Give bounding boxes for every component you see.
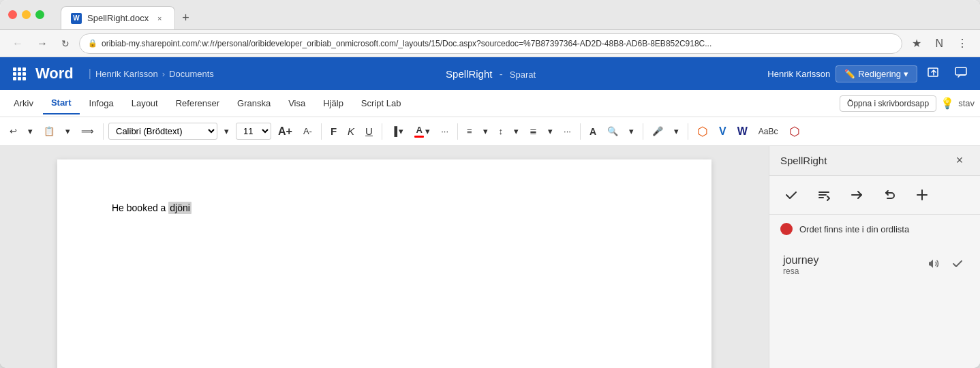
browser-menu-button[interactable]: ⋮ bbox=[953, 34, 972, 52]
title-bar: W SpellRight.docx × + bbox=[0, 0, 980, 30]
user-name: Henrik Karlsson bbox=[767, 69, 830, 79]
edit-mode-button[interactable]: ✏️ Redigering ▾ bbox=[836, 65, 917, 82]
tab-granska[interactable]: Granska bbox=[229, 93, 279, 114]
svg-rect-1 bbox=[955, 67, 966, 75]
suggestion-section: journey resa bbox=[769, 243, 980, 292]
minimize-window-button[interactable] bbox=[22, 10, 31, 19]
grow-font-button[interactable]: A+ bbox=[274, 123, 296, 140]
highlight-icon: ▐ bbox=[391, 126, 397, 136]
tab-scriptlab[interactable]: Script Lab bbox=[353, 93, 410, 114]
toolbar-separator bbox=[103, 123, 104, 140]
spell-error-word[interactable]: djöni bbox=[168, 202, 192, 214]
paste-dropdown-button[interactable]: ▾ bbox=[61, 123, 74, 139]
bold-button[interactable]: F bbox=[326, 123, 341, 140]
addon5-button[interactable]: ⬡ bbox=[785, 121, 804, 142]
tab-layout[interactable]: Layout bbox=[123, 93, 166, 114]
new-tab-button[interactable]: + bbox=[175, 6, 196, 29]
document-page[interactable]: He booked a djöni bbox=[57, 159, 711, 368]
italic-button[interactable]: K bbox=[343, 123, 358, 140]
style-button[interactable]: A bbox=[585, 123, 600, 140]
sort-button[interactable] bbox=[813, 184, 835, 206]
shrink-font-button[interactable]: A- bbox=[299, 123, 316, 139]
undo-button[interactable]: ↩ bbox=[5, 123, 21, 139]
extension-N-button[interactable]: N bbox=[931, 35, 947, 52]
highlight-button[interactable]: ▐ ▾ bbox=[387, 123, 408, 139]
breadcrumb-folder[interactable]: Documents bbox=[169, 69, 214, 79]
find-dropdown[interactable]: ▾ bbox=[625, 123, 638, 139]
toolbar-separator3 bbox=[382, 123, 382, 140]
find-button[interactable]: 🔍 bbox=[603, 123, 622, 139]
addon2-button[interactable]: V bbox=[715, 123, 731, 140]
word-logo[interactable]: Word bbox=[35, 65, 74, 82]
font-color-icon: A bbox=[416, 125, 422, 135]
tab-visa[interactable]: Visa bbox=[280, 93, 313, 114]
line-spacing-button[interactable]: ↕ bbox=[495, 123, 508, 139]
word-tab-icon: W bbox=[71, 13, 82, 24]
panel-close-button[interactable]: × bbox=[950, 151, 969, 170]
font-size-select[interactable]: 11 bbox=[236, 123, 271, 140]
format-painter-button[interactable]: ⟹ bbox=[77, 123, 98, 139]
main-area: He booked a djöni SpellRight × bbox=[0, 146, 980, 368]
bookmark-button[interactable]: ★ bbox=[908, 34, 925, 52]
tab-start[interactable]: Start bbox=[43, 92, 80, 114]
open-desktop-button[interactable]: Öppna i skrivbordsapp bbox=[840, 95, 936, 112]
reload-button[interactable]: ↻ bbox=[57, 35, 74, 52]
tab-hjalp[interactable]: Hjälp bbox=[315, 93, 352, 114]
comment-icon bbox=[954, 65, 968, 79]
mic-button[interactable]: 🎤 bbox=[648, 123, 667, 139]
error-message: Ordet finns inte i din ordlista bbox=[799, 224, 909, 234]
apps-grid-button[interactable] bbox=[8, 63, 30, 85]
paste-button[interactable]: 📋 bbox=[40, 123, 59, 139]
more-formatting-button[interactable]: ··· bbox=[437, 123, 453, 139]
suggestion-actions bbox=[925, 256, 966, 274]
accept-suggestion-button[interactable] bbox=[780, 184, 802, 206]
audio-button[interactable] bbox=[925, 256, 943, 274]
line-spacing-dropdown[interactable]: ▾ bbox=[510, 123, 523, 139]
accept-check-icon bbox=[951, 258, 964, 270]
tab-infoga[interactable]: Infoga bbox=[81, 93, 122, 114]
font-color-button[interactable]: A ▾ bbox=[410, 122, 434, 140]
active-tab[interactable]: W SpellRight.docx × bbox=[61, 6, 175, 29]
lock-icon: 🔒 bbox=[88, 39, 97, 48]
paragraph-button[interactable]: ≣ bbox=[525, 123, 541, 139]
traffic-lights bbox=[8, 10, 44, 19]
maximize-window-button[interactable] bbox=[35, 10, 44, 19]
breadcrumb-user[interactable]: Henrik Karlsson bbox=[95, 69, 158, 79]
share-button[interactable] bbox=[923, 63, 945, 85]
close-window-button[interactable] bbox=[8, 10, 17, 19]
paragraph-dropdown[interactable]: ▾ bbox=[544, 123, 557, 139]
underline-button[interactable]: U bbox=[361, 123, 377, 140]
toolbar-separator7 bbox=[688, 123, 688, 140]
addon4-button[interactable]: AaBc bbox=[754, 124, 782, 139]
suggestion-translation: resa bbox=[783, 266, 818, 276]
add-to-dictionary-button[interactable] bbox=[911, 184, 933, 206]
addon3-button[interactable]: W bbox=[733, 123, 752, 140]
error-section: Ordet finns inte i din ordlista bbox=[769, 215, 980, 243]
tab-title: SpellRight.docx bbox=[87, 13, 149, 23]
add-icon bbox=[915, 187, 930, 202]
tab-arkiv[interactable]: Arkiv bbox=[5, 93, 42, 114]
suggestion-item: journey resa bbox=[780, 249, 969, 281]
mic-dropdown[interactable]: ▾ bbox=[670, 123, 683, 139]
font-dropdown-button[interactable]: ▾ bbox=[220, 123, 233, 139]
more-para-button[interactable]: ··· bbox=[560, 123, 575, 139]
header-right: Henrik Karlsson ✏️ Redigering ▾ bbox=[767, 63, 972, 85]
font-family-select[interactable]: Calibri (Brödtext) bbox=[108, 123, 217, 140]
url-bar[interactable]: 🔒 oribiab-my.sharepoint.com/:w:/r/person… bbox=[79, 33, 902, 54]
tab-close-button[interactable]: × bbox=[154, 13, 165, 24]
tab-referenser[interactable]: Referenser bbox=[168, 93, 228, 114]
forward-button[interactable]: → bbox=[33, 35, 52, 52]
back-button-panel[interactable] bbox=[878, 184, 900, 206]
toolbar-separator5 bbox=[580, 123, 581, 140]
document-text-before: He booked a bbox=[112, 202, 166, 213]
accept-word-button[interactable] bbox=[949, 256, 966, 274]
suggestion-word[interactable]: journey bbox=[783, 254, 818, 266]
next-button[interactable] bbox=[846, 184, 868, 206]
bullet-list-button[interactable]: ≡ bbox=[463, 123, 476, 139]
back-button[interactable]: ← bbox=[8, 35, 27, 52]
bullet-dropdown-button[interactable]: ▾ bbox=[479, 123, 492, 139]
undo-dropdown-button[interactable]: ▾ bbox=[24, 123, 37, 139]
addon1-button[interactable]: ⬡ bbox=[693, 121, 712, 142]
svg-rect-0 bbox=[928, 68, 938, 76]
comment-button[interactable] bbox=[950, 63, 972, 85]
